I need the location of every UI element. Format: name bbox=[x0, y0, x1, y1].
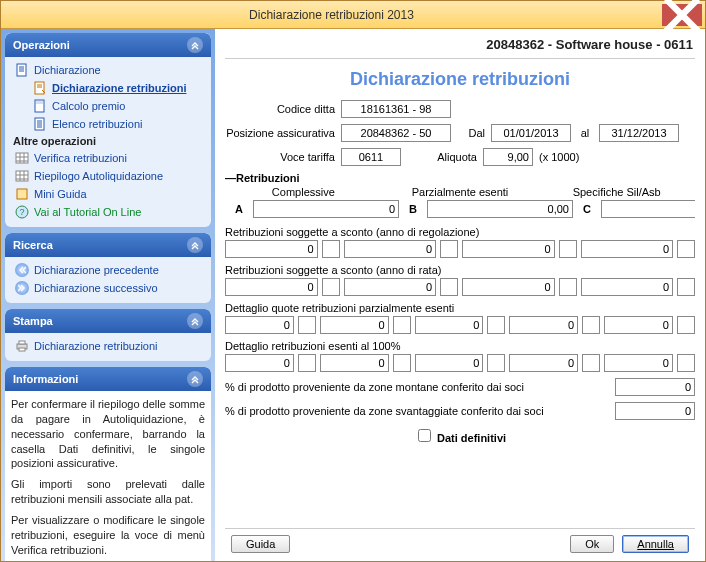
input-al[interactable] bbox=[599, 124, 679, 142]
input-cell[interactable] bbox=[320, 354, 389, 372]
input-cell[interactable] bbox=[225, 240, 318, 258]
input-pct-montane[interactable] bbox=[615, 378, 695, 396]
svg-rect-7 bbox=[17, 189, 27, 199]
input-cell[interactable] bbox=[415, 316, 484, 334]
input-cell-small[interactable] bbox=[298, 354, 316, 372]
page-title: Dichiarazione retribuzioni bbox=[225, 69, 695, 90]
input-cell-small[interactable] bbox=[677, 354, 695, 372]
panel-header-informazioni[interactable]: Informazioni bbox=[5, 367, 211, 391]
altre-operazioni-title: Altre operazioni bbox=[11, 133, 205, 149]
label-pct-montane: % di prodotto proveniente da zone montan… bbox=[225, 381, 607, 393]
input-cell[interactable] bbox=[604, 316, 673, 334]
input-cell[interactable] bbox=[509, 354, 578, 372]
input-cell[interactable] bbox=[320, 316, 389, 334]
input-aliquota[interactable] bbox=[483, 148, 533, 166]
nav-stampa-dichiarazione[interactable]: Dichiarazione retribuzioni bbox=[11, 337, 205, 355]
label-specifiche: Specifiche Sil/Asb bbox=[538, 186, 695, 198]
nav-tutorial-online[interactable]: ? Vai al Tutorial On Line bbox=[11, 203, 205, 221]
label-pct-svant: % di prodotto proveniente da zone svanta… bbox=[225, 405, 607, 417]
input-cell-small[interactable] bbox=[582, 354, 600, 372]
input-posizione[interactable] bbox=[341, 124, 451, 142]
input-cell[interactable] bbox=[415, 354, 484, 372]
chevron-up-icon bbox=[187, 371, 203, 387]
printer-icon bbox=[15, 339, 29, 353]
annulla-button[interactable]: Annulla bbox=[622, 535, 689, 553]
input-cell-small[interactable] bbox=[582, 316, 600, 334]
input-pct-svant[interactable] bbox=[615, 402, 695, 420]
nav-label: Elenco retribuzioni bbox=[52, 118, 143, 130]
panel-header-operazioni[interactable]: Operazioni bbox=[5, 33, 211, 57]
input-cell-small[interactable] bbox=[322, 278, 340, 296]
input-cell[interactable] bbox=[604, 354, 673, 372]
input-cell-small[interactable] bbox=[393, 316, 411, 334]
nav-label: Dichiarazione precedente bbox=[34, 264, 159, 276]
input-cell-small[interactable] bbox=[322, 240, 340, 258]
panel-title: Operazioni bbox=[13, 39, 70, 51]
abc-header: Complessive Parzialmente esenti Specific… bbox=[225, 186, 695, 198]
input-a[interactable] bbox=[253, 200, 399, 218]
titlebar: Dichiarazione retribuzioni 2013 bbox=[1, 1, 705, 29]
nav-riepilogo-autoliquidazione[interactable]: Riepilogo Autoliquidazione bbox=[11, 167, 205, 185]
nav-dichiarazione-precedente[interactable]: Dichiarazione precedente bbox=[11, 261, 205, 279]
input-cell-small[interactable] bbox=[440, 278, 458, 296]
input-cell-small[interactable] bbox=[677, 316, 695, 334]
legend-retribuzioni: —Retribuzioni bbox=[225, 172, 695, 184]
nav-verifica-retribuzioni[interactable]: Verifica retribuzioni bbox=[11, 149, 205, 167]
next-icon bbox=[15, 281, 29, 295]
input-cell[interactable] bbox=[462, 240, 555, 258]
input-cell-small[interactable] bbox=[393, 354, 411, 372]
label-voce-tariffa: Voce tariffa bbox=[225, 151, 335, 163]
input-dal[interactable] bbox=[491, 124, 571, 142]
label-c: C bbox=[583, 203, 595, 215]
panel-title: Informazioni bbox=[13, 373, 78, 385]
input-cell-small[interactable] bbox=[298, 316, 316, 334]
guida-button[interactable]: Guida bbox=[231, 535, 290, 553]
input-cell[interactable] bbox=[344, 240, 437, 258]
input-c[interactable] bbox=[601, 200, 695, 218]
nav-label: Dichiarazione retribuzioni bbox=[52, 82, 186, 94]
nav-mini-guida[interactable]: Mini Guida bbox=[11, 185, 205, 203]
input-b[interactable] bbox=[427, 200, 573, 218]
input-cell-small[interactable] bbox=[559, 278, 577, 296]
panel-header-ricerca[interactable]: Ricerca bbox=[5, 233, 211, 257]
nav-dichiarazione-successivo[interactable]: Dichiarazione successivo bbox=[11, 279, 205, 297]
panel-header-stampa[interactable]: Stampa bbox=[5, 309, 211, 333]
label-codice-ditta: Codice ditta bbox=[225, 103, 335, 115]
input-cell[interactable] bbox=[462, 278, 555, 296]
input-cell[interactable] bbox=[225, 316, 294, 334]
input-cell-small[interactable] bbox=[487, 354, 505, 372]
checkbox-dati-definitivi[interactable] bbox=[418, 429, 431, 442]
close-button[interactable] bbox=[662, 4, 702, 26]
row-sconto-reg bbox=[225, 240, 695, 258]
nav-dichiarazione-retribuzioni[interactable]: Dichiarazione retribuzioni bbox=[11, 79, 205, 97]
input-cell-small[interactable] bbox=[487, 316, 505, 334]
input-cell-small[interactable] bbox=[440, 240, 458, 258]
input-cell[interactable] bbox=[581, 240, 674, 258]
nav-elenco-retribuzioni[interactable]: Elenco retribuzioni bbox=[11, 115, 205, 133]
nav-dichiarazione[interactable]: Dichiarazione bbox=[11, 61, 205, 79]
ok-button[interactable]: Ok bbox=[570, 535, 614, 553]
chevron-up-icon bbox=[187, 37, 203, 53]
panel-title: Ricerca bbox=[13, 239, 53, 251]
input-cell[interactable] bbox=[225, 354, 294, 372]
chevron-up-icon bbox=[187, 237, 203, 253]
label-dett-parz: Dettaglio quote retribuzioni parzialment… bbox=[225, 302, 695, 314]
panel-ricerca: Ricerca Dichiarazione precedente Dichiar… bbox=[5, 233, 211, 303]
input-cell[interactable] bbox=[344, 278, 437, 296]
nav-label: Verifica retribuzioni bbox=[34, 152, 127, 164]
input-cell-small[interactable] bbox=[559, 240, 577, 258]
nav-label: Mini Guida bbox=[34, 188, 87, 200]
input-cell[interactable] bbox=[225, 278, 318, 296]
book-icon bbox=[15, 187, 29, 201]
svg-rect-1 bbox=[35, 82, 44, 94]
input-cell[interactable] bbox=[509, 316, 578, 334]
label-dati-definitivi: Dati definitivi bbox=[437, 432, 506, 444]
input-voce-tariffa[interactable] bbox=[341, 148, 401, 166]
input-cell-small[interactable] bbox=[677, 240, 695, 258]
nav-calcolo-premio[interactable]: Calcolo premio bbox=[11, 97, 205, 115]
input-codice-ditta[interactable] bbox=[341, 100, 451, 118]
input-cell[interactable] bbox=[581, 278, 674, 296]
label-complessive: Complessive bbox=[225, 186, 382, 198]
chevron-up-icon bbox=[187, 313, 203, 329]
input-cell-small[interactable] bbox=[677, 278, 695, 296]
